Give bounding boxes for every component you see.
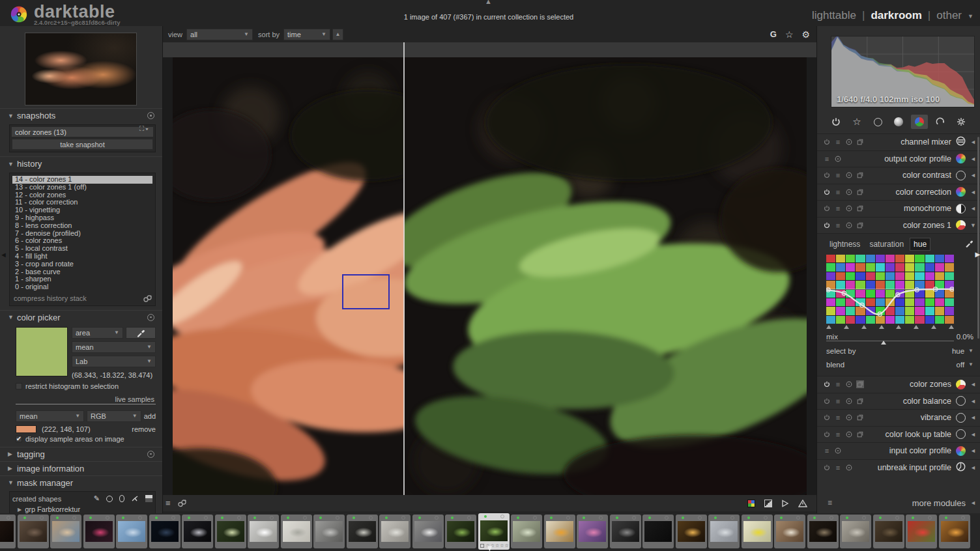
presets-menu-icon[interactable]: ≡: [166, 498, 171, 508]
module-header-color-zones-1[interactable]: ≡color zones 1▼: [817, 217, 980, 234]
history-item[interactable]: 13 - color zones 1 (off): [12, 184, 152, 191]
softproof-icon[interactable]: [764, 500, 772, 507]
power-icon[interactable]: [823, 414, 831, 421]
active-modules-icon[interactable]: [828, 115, 844, 129]
presets-menu-icon[interactable]: ≡: [828, 498, 832, 507]
reset-icon[interactable]: [147, 314, 154, 321]
zone-range-marker[interactable]: [931, 325, 936, 329]
reject-icon[interactable]: [303, 516, 307, 520]
section-snapshots[interactable]: ▼ snapshots: [0, 108, 162, 122]
multi-instance-icon[interactable]: [856, 380, 864, 388]
picker-mode-dropdown[interactable]: area▼: [72, 327, 123, 339]
section-image-information[interactable]: ▶ image information: [0, 461, 162, 475]
more-modules-row[interactable]: ≡ more modules ◄: [817, 495, 980, 511]
reject-icon[interactable]: [336, 516, 339, 520]
presets-icon[interactable]: ≡: [834, 397, 842, 405]
filmstrip-thumbnail[interactable]: [445, 515, 476, 548]
presets-icon[interactable]: ≡: [834, 138, 842, 146]
section-color-picker[interactable]: ▼ color picker: [0, 310, 162, 324]
scrollbar[interactable]: [977, 137, 979, 339]
presets-icon[interactable]: ≡: [834, 171, 842, 179]
blend-dropdown[interactable]: blend off ▼: [826, 358, 973, 371]
reset-icon[interactable]: [147, 112, 154, 119]
reject-icon[interactable]: [106, 516, 109, 520]
zoom-fit-control[interactable]: ⛶▾: [139, 125, 150, 133]
darkroom-canvas[interactable]: [163, 42, 816, 495]
sort-direction-button[interactable]: ▲: [332, 29, 343, 40]
color-group-icon[interactable]: [911, 115, 928, 129]
presets-icon[interactable]: ≡: [834, 464, 842, 472]
tab-hue[interactable]: hue: [910, 238, 930, 251]
power-icon[interactable]: [823, 380, 831, 388]
power-icon[interactable]: [823, 138, 831, 146]
filmstrip-thumbnail[interactable]: [840, 515, 871, 548]
reject-icon[interactable]: [730, 516, 734, 520]
reset-icon[interactable]: [845, 464, 853, 472]
star-overlay-icon[interactable]: ☆: [785, 29, 794, 40]
module-header-color-zones[interactable]: ≡color zones◄: [817, 376, 980, 393]
picker-stat-dropdown[interactable]: mean▼: [72, 341, 156, 353]
reset-icon[interactable]: [845, 171, 853, 179]
zone-range-marker[interactable]: [879, 325, 884, 329]
select-by-dropdown[interactable]: select by hue ▼: [826, 345, 973, 357]
reset-icon[interactable]: [845, 414, 853, 421]
filmstrip-thumbnail[interactable]: [807, 515, 839, 548]
tab-other[interactable]: other: [936, 9, 962, 22]
history-item[interactable]: 9 - highpass: [12, 214, 152, 222]
reject-icon[interactable]: [665, 516, 669, 520]
filmstrip-thumbnail[interactable]: [544, 515, 575, 548]
section-mask-manager[interactable]: ▼ mask manager: [0, 475, 162, 490]
presets-icon[interactable]: ≡: [834, 414, 842, 421]
reset-icon[interactable]: [845, 431, 853, 438]
chevron-down-icon[interactable]: ▼: [968, 13, 973, 20]
reset-icon[interactable]: [845, 138, 853, 146]
multi-instance-icon[interactable]: [856, 171, 864, 179]
checkbox-unchecked[interactable]: [16, 383, 22, 389]
presets-icon[interactable]: ≡: [823, 155, 831, 163]
reject-icon[interactable]: [270, 516, 274, 520]
module-header-unbreak-input-profile[interactable]: ≡unbreak input profile◄: [817, 459, 980, 476]
reset-icon[interactable]: [845, 221, 853, 229]
filmstrip-thumbnail[interactable]: [248, 515, 279, 548]
reset-icon[interactable]: [147, 451, 154, 458]
filmstrip-thumbnail[interactable]: [347, 515, 378, 548]
favorite-modules-icon[interactable]: ☆: [848, 115, 865, 129]
filmstrip-thumbnail[interactable]: [379, 515, 411, 548]
reject-icon[interactable]: [829, 516, 833, 520]
presets-icon[interactable]: ≡: [834, 188, 842, 196]
restrict-histogram-checkbox-row[interactable]: restrict histogram to selection: [16, 382, 156, 390]
tab-saturation[interactable]: saturation: [866, 238, 907, 250]
filmstrip-thumbnail[interactable]: [83, 515, 115, 548]
history-item[interactable]: 4 - fill light: [12, 253, 152, 261]
reset-icon[interactable]: [845, 188, 853, 196]
power-icon[interactable]: [823, 397, 831, 405]
reject-icon[interactable]: [895, 516, 899, 520]
reject-icon[interactable]: [961, 516, 965, 520]
reject-icon[interactable]: [533, 516, 537, 520]
filmstrip-thumbnail[interactable]: [50, 515, 81, 548]
reject-icon[interactable]: [435, 516, 439, 520]
reject-icon[interactable]: [40, 516, 44, 520]
overexposure-icon[interactable]: [781, 500, 789, 507]
checkbox-checked[interactable]: ✔: [16, 436, 22, 442]
section-history[interactable]: ▼ history: [0, 156, 162, 171]
module-header-output-color-profile[interactable]: ≡output color profile◄: [817, 150, 980, 167]
reject-icon[interactable]: [204, 516, 208, 520]
filmstrip-thumbnail[interactable]: [0, 515, 16, 548]
histogram[interactable]: 1/640 f/4.0 102mm iso 100: [831, 36, 975, 107]
filmstrip-thumbnail[interactable]: [642, 515, 674, 548]
filmstrip-thumbnail[interactable]: [676, 515, 707, 548]
reject-icon[interactable]: [566, 516, 570, 520]
reject-icon[interactable]: [599, 516, 603, 520]
draw-brush-icon[interactable]: [131, 495, 139, 502]
reject-icon[interactable]: [138, 516, 142, 520]
reject-icon[interactable]: [72, 516, 76, 520]
presets-icon[interactable]: ≡: [834, 205, 842, 212]
navigation-preview[interactable]: [25, 33, 137, 106]
filmstrip-thumbnail[interactable]: [412, 515, 444, 548]
reset-icon[interactable]: [834, 447, 842, 455]
compress-history-button[interactable]: compress history stack: [10, 291, 155, 305]
collapse-left-panel-icon[interactable]: ◄: [0, 251, 7, 259]
view-filter-dropdown[interactable]: all▼: [186, 29, 253, 40]
zone-range-marker[interactable]: [896, 325, 901, 329]
